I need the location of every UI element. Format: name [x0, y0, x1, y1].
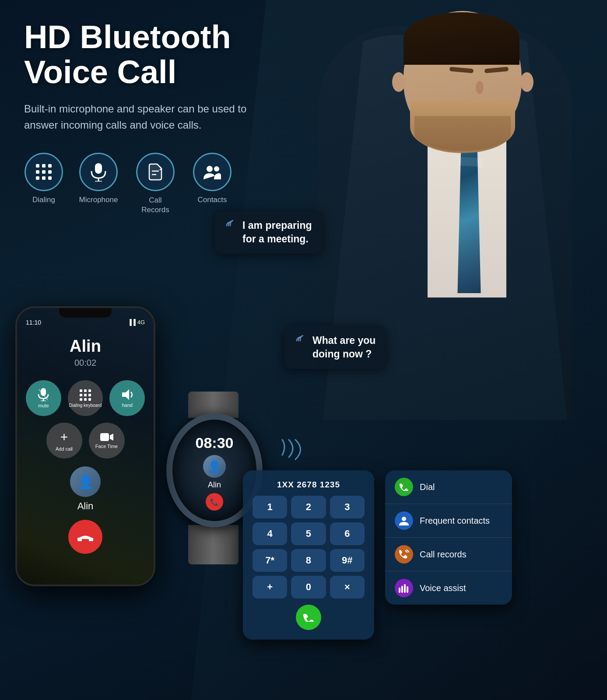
svg-rect-36 [401, 586, 403, 593]
call-records-circle [136, 153, 175, 191]
feature-microphone: Microphone [79, 153, 118, 204]
feature-call-records: CallRecords [133, 153, 177, 215]
feature-contacts: Contacts [193, 153, 232, 204]
phone-mockup: 11:10 ▐▐ 4G Alin 00:02 mute [15, 306, 155, 586]
watch-avatar: 👤 [203, 455, 226, 478]
svg-rect-23 [80, 394, 82, 396]
svg-point-14 [207, 166, 213, 172]
svg-rect-1 [42, 164, 46, 168]
svg-marker-31 [110, 434, 113, 441]
phone-speaker-btn[interactable]: hand [109, 380, 145, 416]
menu-item-dial[interactable]: Dial [385, 470, 512, 504]
svg-rect-20 [80, 389, 82, 392]
page-subtitle: Built-in microphone and speaker can be u… [24, 101, 265, 133]
dialpad-key-4[interactable]: 4 [253, 522, 287, 545]
add-call-label: Add call [56, 446, 73, 452]
dial-icon [395, 478, 413, 496]
dialpad-key-3[interactable]: 3 [330, 496, 365, 518]
svg-rect-21 [84, 389, 87, 392]
svg-rect-32 [77, 538, 82, 541]
svg-rect-7 [42, 176, 46, 180]
contacts-circle [193, 153, 232, 191]
svg-rect-35 [399, 588, 400, 593]
menu-item-voice-assist[interactable]: Voice assist [385, 571, 512, 605]
contacts-menu-label: Frequent contacts [420, 516, 490, 526]
svg-rect-8 [48, 176, 52, 180]
watch-caller-name: Alin [208, 480, 221, 490]
microphone-circle [79, 153, 118, 191]
svg-rect-6 [36, 176, 39, 180]
mute-label: mute [38, 403, 49, 408]
svg-rect-30 [100, 433, 109, 441]
svg-rect-25 [88, 394, 91, 396]
svg-rect-28 [88, 398, 91, 401]
bubble-question-text: What are youdoing now ? [312, 335, 375, 360]
phone-caller-name-below: Alin [77, 500, 94, 512]
svg-point-34 [402, 517, 406, 521]
phone-facetime-btn[interactable]: Face Time [89, 423, 125, 458]
svg-rect-22 [88, 389, 91, 392]
dialpad-key-1[interactable]: 1 [253, 496, 287, 518]
voice-assist-label: Voice assist [420, 583, 466, 593]
dialpad-key-2[interactable]: 2 [291, 496, 326, 518]
dialpad-key-7[interactable]: 7* [253, 549, 287, 572]
svg-marker-29 [122, 389, 129, 400]
svg-rect-2 [48, 164, 52, 168]
dialing-label: Dialing [32, 196, 55, 204]
svg-rect-5 [48, 170, 52, 174]
dialpad-key-plus[interactable]: + [253, 576, 287, 598]
watch-end-call[interactable]: 📞 [206, 493, 223, 511]
phone-add-call-btn[interactable]: + Add call [46, 423, 82, 458]
phone-time: 11:10 [26, 319, 41, 326]
dialpad-key-del[interactable]: × [330, 576, 365, 598]
call-records-menu-label: Call records [420, 550, 467, 560]
hand-label: hand [122, 402, 132, 408]
svg-rect-26 [80, 398, 82, 401]
dialpad-key-0[interactable]: 0 [291, 576, 326, 598]
dialpad-call-button[interactable] [296, 605, 321, 630]
keyboard-label: Dialing keyboard [69, 403, 102, 408]
page-title: HD Bluetooth Voice Call [24, 20, 265, 90]
dialpad-widget: 1XX 2678 1235 1 2 3 4 5 6 7* 8 9# + 0 × [243, 470, 374, 640]
dial-label: Dial [420, 482, 435, 492]
features-row: Dialing Microphone [24, 153, 265, 215]
dialpad-grid: 1 2 3 4 5 6 7* 8 9# + 0 × [253, 496, 365, 598]
dialpad-key-6[interactable]: 6 [330, 522, 365, 545]
call-records-label: CallRecords [141, 196, 169, 215]
voice-assist-icon [395, 579, 413, 597]
svg-rect-0 [36, 164, 39, 168]
speech-bubble-response: I am preparingfor a meeting. [214, 211, 322, 254]
svg-rect-33 [89, 538, 93, 541]
contacts-menu-icon [395, 511, 413, 530]
microphone-label: Microphone [79, 196, 118, 204]
dialing-circle [25, 153, 63, 191]
contacts-label: Contacts [197, 196, 227, 204]
bubble-response-text: I am preparingfor a meeting. [242, 220, 312, 245]
phone-signal: ▐▐ 4G [128, 319, 145, 326]
svg-rect-27 [84, 398, 87, 401]
phone-mute-btn[interactable]: mute [26, 380, 61, 416]
dialpad-key-9[interactable]: 9# [330, 549, 365, 572]
feature-dialing: Dialing [24, 153, 63, 204]
watch-time: 08:30 [196, 434, 234, 452]
svg-rect-37 [404, 584, 406, 593]
svg-rect-24 [84, 394, 87, 396]
menu-item-call-records[interactable]: Call records [385, 538, 512, 571]
svg-rect-38 [407, 586, 408, 593]
svg-rect-4 [42, 170, 46, 174]
phone-keyboard-btn[interactable]: Dialing keyboard [68, 380, 103, 416]
menu-widget: Dial Frequent contacts Call records [385, 470, 512, 605]
phone-timer: 00:02 [74, 358, 96, 368]
call-records-menu-icon [395, 545, 413, 564]
speech-bubble-question: What are youdoing now ? [284, 326, 386, 369]
svg-rect-9 [95, 163, 102, 174]
phone-end-call-btn[interactable] [68, 520, 102, 554]
dialpad-number-display: 1XX 2678 1235 [253, 480, 365, 490]
phone-caller-name: Alin [70, 337, 101, 356]
dialpad-key-8[interactable]: 8 [291, 549, 326, 572]
facetime-label: Face Time [95, 444, 118, 449]
menu-item-contacts[interactable]: Frequent contacts [385, 504, 512, 538]
svg-point-15 [214, 166, 219, 172]
dialpad-key-5[interactable]: 5 [291, 522, 326, 545]
svg-rect-3 [36, 170, 39, 174]
